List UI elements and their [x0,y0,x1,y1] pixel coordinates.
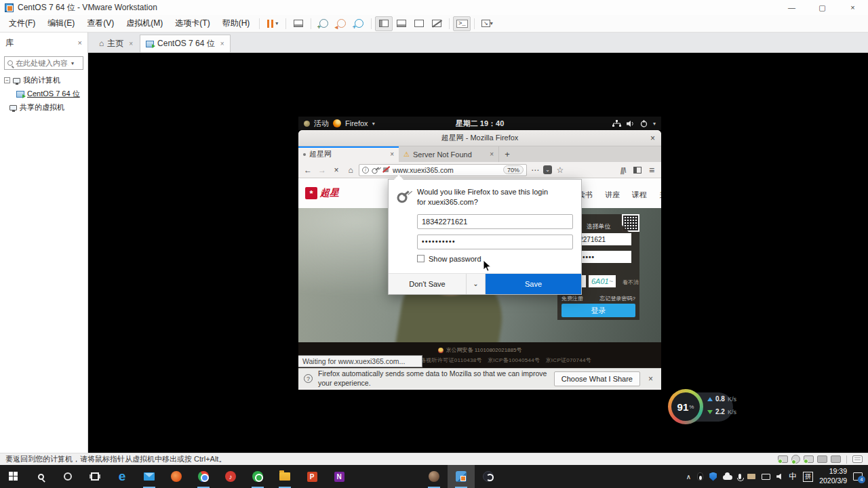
forward-button[interactable]: → [316,164,328,176]
send-ctrl-alt-del-button[interactable] [290,16,307,31]
library-icon[interactable]: |||\ [620,166,626,174]
back-button[interactable]: ← [302,164,314,176]
firefox-tab-chaoxing[interactable]: 超星网 × [298,146,399,162]
taskbar-powerpoint[interactable]: P [298,465,326,488]
tab-home[interactable]: ⌂ 主页 × [94,35,138,52]
url-bar[interactable]: i www.xuexi365.com 70% [359,164,527,176]
qq-icon[interactable] [697,472,703,481]
taskbar-onenote[interactable]: N [326,465,353,488]
take-snapshot-button[interactable]: + [315,16,332,31]
activities-button[interactable]: 活动 [314,119,329,129]
network-speed-widget[interactable]: 91% 0.8K/s 2.2K/s [668,388,733,426]
nav-courses[interactable]: 课程 [632,190,647,200]
taskbar-vmware[interactable] [448,465,475,488]
show-thumbnail-bar-button[interactable] [393,16,410,31]
speaker-icon[interactable] [776,474,783,480]
blocked-content-icon[interactable] [382,166,390,174]
unity-mode-button[interactable] [428,16,446,31]
action-center-icon[interactable]: 4 [853,472,863,481]
firefox-tab-server-not-found[interactable]: ⚠ Server Not Found × [399,146,499,162]
dialog-password-input[interactable] [417,235,573,249]
device-icon[interactable] [747,474,755,479]
tree-collapse-icon[interactable]: − [4,77,10,83]
firefox-close-icon[interactable]: × [650,130,655,146]
forgot-password-link[interactable]: 忘记登录密码? [600,295,635,302]
close-button[interactable]: × [837,0,868,15]
notification-close-icon[interactable]: × [646,374,656,384]
firefox-titlebar[interactable]: 超星网 - Mozilla Firefox × [298,130,661,146]
hidden-icons-chevron[interactable]: ∧ [686,473,691,481]
cloud-icon[interactable] [723,475,732,480]
captcha-refresh-link[interactable]: 看不清 [623,279,639,286]
menu-view[interactable]: 查看(V) [81,15,120,32]
sidebars-button[interactable] [631,164,644,176]
network-adapter-icon[interactable] [804,455,814,463]
menu-edit[interactable]: 编辑(E) [41,15,81,32]
message-log-icon[interactable] [852,455,863,463]
usb-device-icon[interactable] [817,455,827,463]
cortana-button[interactable] [54,465,81,488]
tab-close-icon[interactable]: × [129,40,133,47]
maximize-button[interactable]: ▢ [807,0,837,15]
taskbar-avatar-app[interactable] [420,465,448,488]
minimize-button[interactable]: — [776,0,807,15]
console-view-button[interactable]: >_ [453,16,471,31]
show-library-button[interactable] [375,16,393,31]
page-actions-button[interactable]: ⋯ [529,164,541,176]
app-menu-firefox[interactable]: Firefox [345,119,368,127]
taskbar-edge[interactable]: e [108,465,136,488]
pocket-icon[interactable]: ⌄ [543,165,552,174]
task-view-button[interactable] [81,465,108,488]
bookmark-star-icon[interactable]: ☆ [554,164,566,176]
menu-file[interactable]: 文件(F) [3,15,41,32]
home-button[interactable]: ⌂ [344,164,357,176]
menu-vm[interactable]: 虚拟机(M) [120,15,169,32]
library-search-input[interactable] [16,59,68,67]
search-button[interactable] [27,465,54,488]
new-tab-button[interactable]: + [499,146,515,162]
tab-centos-vm[interactable]: CentOS 7 64 位 × [140,35,231,52]
library-search-box[interactable]: ▾ [4,56,83,70]
nav-lectures[interactable]: 讲座 [605,190,620,200]
start-button[interactable] [0,465,27,488]
taskbar-green-app[interactable] [244,465,271,488]
register-link[interactable]: 免费注册 [561,295,583,302]
tree-item-my-computer[interactable]: − 我的计算机 [0,73,87,87]
hard-disk-icon[interactable] [778,455,788,463]
url-text[interactable]: www.xuexi365.com [393,166,500,174]
tab-close-icon[interactable]: × [490,150,494,158]
display-icon[interactable] [762,474,770,480]
library-close-icon[interactable]: × [78,39,82,47]
security-shield-icon[interactable] [709,472,717,481]
caret-down-icon[interactable]: ▾ [71,60,74,66]
save-button[interactable]: Save [486,274,581,294]
stop-button[interactable]: × [330,164,342,176]
show-password-row[interactable]: Show password [417,255,573,263]
tab-close-icon[interactable]: × [220,40,224,47]
dont-save-button[interactable]: Don't Save [389,274,467,294]
taskbar-netease-music[interactable]: ♪ [217,465,244,488]
site-info-icon[interactable]: i [362,167,369,174]
nav-about[interactable]: 关 [659,190,661,200]
manage-snapshots-button[interactable]: + [350,16,368,31]
ime-language-indicator[interactable]: 中 [789,471,797,483]
menu-help[interactable]: 帮助(H) [216,15,256,32]
cd-dvd-icon[interactable] [791,455,800,464]
taskbar-chrome[interactable] [190,465,217,488]
taskbar-obs[interactable] [475,465,502,488]
tree-item-centos-vm[interactable]: CentOS 7 64 位 [0,87,87,100]
pinyin-ime-icon[interactable]: 拼 [803,472,813,482]
microphone-icon[interactable] [738,474,741,479]
fullscreen-button[interactable] [410,16,428,31]
choose-what-i-share-button[interactable]: Choose What I Share [554,371,640,386]
usb-device-icon[interactable] [831,455,841,463]
saved-login-key-icon[interactable] [370,164,382,176]
taskbar-file-explorer[interactable] [271,465,298,488]
stretch-guest-button[interactable]: ↘▾ [478,16,496,31]
zoom-level-badge[interactable]: 70% [503,165,524,174]
menu-tabs[interactable]: 选项卡(T) [169,15,216,32]
taskbar-office[interactable] [163,465,190,488]
tab-close-icon[interactable]: × [390,150,394,158]
caret-down-icon[interactable]: ▾ [653,121,656,127]
hamburger-menu-icon[interactable]: ≡ [646,164,658,176]
